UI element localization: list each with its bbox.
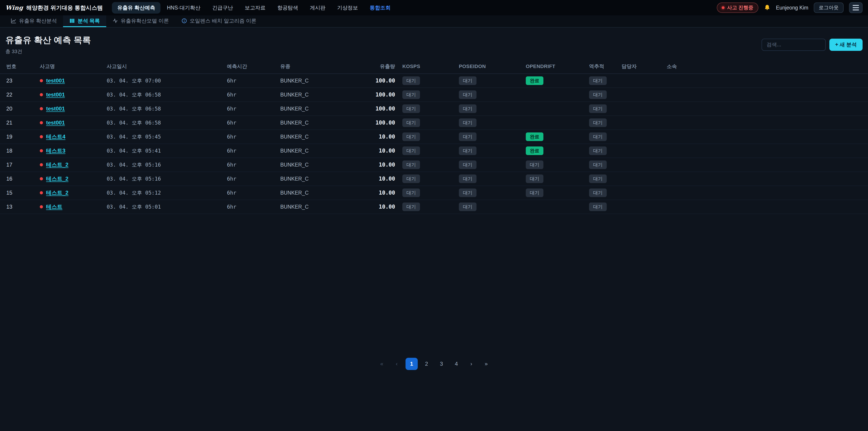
incident-link[interactable]: test001 — [46, 120, 65, 126]
backtrack-status: 대기 — [585, 130, 618, 144]
incident-datetime: 03. 04. 오후 05:16 — [103, 172, 223, 186]
nav-item-emergency-rescue[interactable]: 긴급구난 — [207, 2, 239, 13]
status-badge: 대기 — [589, 104, 607, 113]
status-badge: 대기 — [526, 160, 544, 169]
model-theory-line-icon — [113, 18, 118, 24]
nav-item-oil-spread-forecast[interactable]: 유출유 확산예측 — [112, 2, 160, 13]
total-count: 총 33건 — [5, 48, 91, 55]
poseidon-status: 대기 — [455, 88, 522, 102]
info-circle-icon — [182, 18, 187, 24]
incident-link[interactable]: 테스트_2 — [46, 175, 68, 182]
alert-dot-icon — [722, 6, 724, 9]
page-button-3[interactable]: 3 — [435, 358, 447, 370]
kosps-status: 대기 — [399, 144, 455, 158]
nav-item-weather-info[interactable]: 기상정보 — [332, 2, 364, 13]
incident-link[interactable]: 테스트4 — [46, 133, 65, 140]
opendrift-status: 완료 — [522, 74, 585, 88]
status-badge: 대기 — [526, 175, 544, 183]
status-badge: 대기 — [589, 175, 607, 183]
forecast-duration: 6hr — [223, 144, 277, 158]
opendrift-status: 대기 — [522, 186, 585, 200]
incident-link[interactable]: test001 — [46, 105, 65, 112]
pagination-prev-button[interactable]: ‹ — [391, 358, 403, 370]
forecast-table: 번호 사고명 사고일시 예측시간 유종 유출량 KOSPS POSEIDON O… — [0, 59, 868, 214]
status-badge: 대기 — [589, 90, 607, 99]
opendrift-status: 대기 — [522, 158, 585, 172]
forecast-duration: 6hr — [223, 130, 277, 144]
pagination-first-button[interactable]: « — [376, 358, 388, 370]
status-badge: 대기 — [459, 147, 476, 155]
sub-tabbar: 유출유 확산분석 분석 목록 유출유확산모델 이론 오일펜스 배치 알고리즘 이… — [0, 16, 868, 28]
page-button-4[interactable]: 4 — [450, 358, 463, 370]
poseidon-status: 대기 — [455, 130, 522, 144]
nav-item-integrated-search[interactable]: 통합조회 — [364, 2, 396, 13]
hamburger-menu-icon — [852, 5, 859, 6]
nav-item-hns-air-diffusion[interactable]: HNS·대기확산 — [161, 2, 206, 13]
pagination-last-button[interactable]: » — [480, 358, 492, 370]
logout-button[interactable]: 로그아웃 — [814, 2, 844, 13]
incident-dot-icon — [40, 163, 43, 166]
tab-spread-model-theory[interactable]: 유출유확산모델 이론 — [106, 16, 175, 27]
status-badge: 대기 — [402, 90, 420, 99]
incident-link[interactable]: 테스트 — [46, 203, 62, 210]
incident-link[interactable]: 테스트_2 — [46, 189, 68, 196]
page-button-1[interactable]: 1 — [405, 358, 418, 370]
page-title-block: 유출유 확산 예측 목록 총 33건 — [5, 34, 91, 55]
oil-type: BUNKER_C — [277, 88, 353, 102]
new-analysis-button[interactable]: + 새 분석 — [829, 39, 863, 51]
hamburger-menu-button[interactable] — [849, 2, 863, 13]
backtrack-status: 대기 — [585, 158, 618, 172]
incident-in-progress-badge[interactable]: 사고 진행중 — [717, 2, 758, 13]
row-number: 21 — [0, 116, 36, 130]
col-spill-amount: 유출량 — [353, 59, 399, 74]
status-badge: 대기 — [402, 147, 420, 155]
forecast-duration: 6hr — [223, 116, 277, 130]
org-cell — [663, 172, 868, 186]
status-badge: 대기 — [589, 147, 607, 155]
pagination-next-button[interactable]: › — [465, 358, 477, 370]
notifications-bell-button[interactable] — [764, 4, 771, 11]
spill-amount: 100.00 — [353, 116, 399, 130]
poseidon-status: 대기 — [455, 102, 522, 116]
nav-item-aerial-search[interactable]: 항공탐색 — [272, 2, 304, 13]
incident-datetime: 03. 04. 오후 07:00 — [103, 74, 223, 88]
col-oil-type: 유종 — [277, 59, 353, 74]
tab-label: 유출유 확산분석 — [19, 18, 57, 24]
incident-link[interactable]: test001 — [46, 92, 65, 98]
forecast-duration: 6hr — [223, 74, 277, 88]
nav-item-board[interactable]: 게시판 — [305, 2, 331, 13]
spill-amount: 10.00 — [353, 186, 399, 200]
status-badge: 대기 — [459, 203, 476, 211]
header-actions: + 새 분석 — [762, 39, 863, 51]
status-badge: 대기 — [402, 188, 420, 197]
tab-analysis-list[interactable]: 분석 목록 — [63, 16, 106, 27]
incident-link[interactable]: test001 — [46, 78, 65, 84]
page-button-2[interactable]: 2 — [421, 358, 433, 370]
spill-amount: 10.00 — [353, 200, 399, 214]
analysis-list-icon — [69, 18, 75, 24]
tab-oil-spread-analysis[interactable]: 유출유 확산분석 — [4, 16, 63, 27]
kosps-status: 대기 — [399, 158, 455, 172]
search-input[interactable] — [762, 39, 826, 51]
backtrack-status: 대기 — [585, 172, 618, 186]
col-org: 소속 — [663, 59, 868, 74]
incident-link[interactable]: 테스트_2 — [46, 161, 68, 168]
pagination-pages: 1234 — [405, 358, 463, 370]
status-badge: 대기 — [459, 188, 476, 197]
top-navbar: Wing 해양환경 위기대응 통합시스템 유출유 확산예측 HNS·대기확산 긴… — [0, 0, 868, 16]
status-badge: 대기 — [402, 118, 420, 127]
manager-cell — [618, 102, 663, 116]
incident-datetime: 03. 04. 오후 05:12 — [103, 186, 223, 200]
col-opendrift: OPENDRIFT — [522, 59, 585, 74]
nav-item-reports[interactable]: 보고자료 — [239, 2, 271, 13]
poseidon-status: 대기 — [455, 158, 522, 172]
status-badge: 완료 — [526, 147, 544, 155]
status-badge: 대기 — [589, 160, 607, 169]
backtrack-status: 대기 — [585, 74, 618, 88]
tab-oil-fence-algorithm-theory[interactable]: 오일펜스 배치 알고리즘 이론 — [175, 16, 263, 27]
kosps-status: 대기 — [399, 116, 455, 130]
incident-datetime: 03. 04. 오후 05:41 — [103, 144, 223, 158]
col-incident-name: 사고명 — [36, 59, 103, 74]
org-cell — [663, 102, 868, 116]
incident-link[interactable]: 테스트3 — [46, 147, 65, 154]
